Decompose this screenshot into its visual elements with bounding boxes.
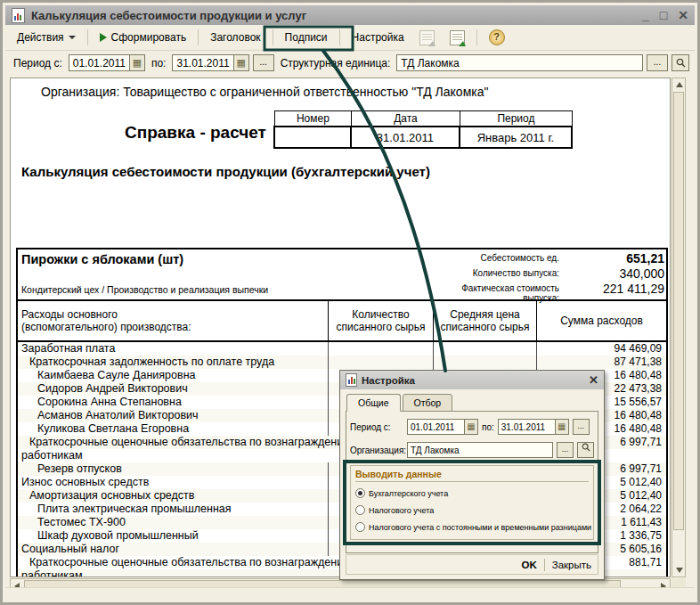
document-arrow-disabled-icon bbox=[419, 30, 435, 45]
actual-cost-label: Фактическая стоимость выпуска: bbox=[424, 281, 559, 303]
table-row[interactable]: Заработная плата94 469,09 bbox=[18, 342, 666, 356]
radio-accounting[interactable]: Бухгалтерского учета bbox=[355, 485, 589, 502]
expense-name-cell[interactable]: Каимбаева Сауле Данияровна bbox=[18, 369, 328, 382]
close-dialog-button[interactable]: Закрыть bbox=[552, 560, 591, 570]
save-settings-button[interactable] bbox=[444, 27, 471, 49]
period-more-button[interactable]: ... bbox=[253, 54, 274, 71]
radio-tax-differences[interactable]: Налогового учета с постоянными и временн… bbox=[355, 519, 589, 536]
expense-name-cell[interactable]: Куликова Светлана Егоровна bbox=[18, 422, 328, 436]
chevron-down-icon bbox=[69, 36, 76, 39]
expense-name-cell[interactable]: Краткосрочная задолженность по оплате тр… bbox=[18, 356, 328, 369]
signatures-button[interactable]: Подписи bbox=[279, 28, 334, 47]
dialog-period-from-field[interactable]: 01.01.2011 ▦ bbox=[407, 419, 478, 435]
tab-filter[interactable]: Отбор bbox=[403, 394, 453, 412]
play-icon bbox=[100, 33, 107, 42]
empty-cell[interactable] bbox=[433, 356, 536, 369]
maximize-button[interactable]: □ bbox=[660, 8, 667, 22]
toolbar-separator bbox=[339, 29, 340, 45]
dialog-org-label: Организация: bbox=[350, 446, 403, 455]
empty-cell[interactable] bbox=[433, 342, 536, 356]
expense-name-cell[interactable]: Амортизация основных средств bbox=[18, 489, 328, 503]
search-icon bbox=[676, 58, 686, 68]
dialog-period-to-value: 31.01.2011 bbox=[501, 422, 545, 432]
amount-cell[interactable]: 94 469,09 bbox=[536, 342, 666, 356]
filter-bar: Период с: 01.01.2011 ▦ по: 31.01.2011 ▦ … bbox=[5, 51, 695, 75]
calendar-icon[interactable]: ▦ bbox=[464, 420, 477, 434]
unit-more-button[interactable]: ... bbox=[647, 54, 668, 71]
empty-cell[interactable] bbox=[328, 342, 433, 356]
period-to-field[interactable]: 31.01.2011 ▦ bbox=[172, 54, 248, 71]
unit-value: ТД Лакомка bbox=[401, 57, 459, 69]
dialog-org-value: ТД Лакомка bbox=[411, 446, 460, 455]
ok-button[interactable]: OK bbox=[521, 560, 536, 570]
col-header-price: Средняя цена списанного сырья bbox=[433, 301, 536, 340]
actions-menu-button[interactable]: Действия bbox=[11, 28, 82, 47]
radio-icon bbox=[355, 505, 365, 515]
dialog-to-label: по: bbox=[482, 422, 494, 432]
vertical-scroll-thumb[interactable] bbox=[673, 92, 684, 530]
dialog-period-more-button[interactable]: ... bbox=[573, 419, 590, 435]
scroll-down-icon[interactable] bbox=[676, 568, 683, 573]
dialog-period-to-field[interactable]: 31.01.2011 ▦ bbox=[498, 419, 569, 435]
help-button[interactable]: ? bbox=[483, 26, 511, 49]
unit-label: Структурная единица: bbox=[278, 57, 394, 69]
spravka-table: Номер Дата Период 31.01.2011 Январь 2011… bbox=[275, 110, 573, 149]
spravka-value-date: 31.01.2011 bbox=[350, 126, 460, 149]
unit-field[interactable]: ТД Лакомка bbox=[396, 54, 643, 71]
radio-label: Бухгалтерского учета bbox=[369, 489, 448, 498]
vertical-scrollbar[interactable] bbox=[672, 78, 686, 577]
scroll-up-icon[interactable] bbox=[676, 82, 683, 87]
output-qty-value: 340,000 bbox=[559, 266, 664, 281]
dialog-org-search-button[interactable] bbox=[577, 442, 594, 458]
settings-button[interactable]: Настройка bbox=[346, 28, 411, 47]
expense-name-cell[interactable]: Социальный налог bbox=[18, 543, 328, 556]
dialog-period-label: Период с: bbox=[350, 422, 403, 432]
empty-cell[interactable] bbox=[328, 356, 433, 369]
expense-name-cell[interactable]: Плита электрическая промышленная bbox=[18, 503, 328, 516]
tab-general[interactable]: Общие bbox=[346, 394, 401, 412]
help-icon: ? bbox=[489, 29, 505, 45]
toolbar-separator bbox=[87, 29, 88, 45]
close-button[interactable]: ✕ bbox=[678, 8, 688, 22]
product-name: Пирожки с яблоками (шт) bbox=[21, 252, 183, 266]
output-data-group-title: Выводить данные bbox=[355, 469, 589, 482]
table-row[interactable]: Краткосрочная задолженность по оплате тр… bbox=[18, 356, 666, 369]
col-header-total: Сумма расходов bbox=[536, 301, 666, 340]
calendar-icon[interactable]: ▦ bbox=[555, 420, 568, 434]
report-main-title: Калькуляция себестоимости продукции (бух… bbox=[21, 164, 670, 179]
calendar-icon[interactable]: ▦ bbox=[129, 55, 144, 70]
minimize-button[interactable]: _ bbox=[642, 8, 649, 22]
expense-name-cell[interactable]: Шкаф духовой промышленный bbox=[18, 529, 328, 543]
dialog-org-field[interactable]: ТД Лакомка bbox=[407, 442, 553, 458]
dialog-icon bbox=[346, 373, 357, 387]
calendar-icon[interactable]: ▦ bbox=[233, 55, 248, 70]
restore-settings-button[interactable] bbox=[413, 27, 441, 49]
expense-name-cell[interactable]: Асманов Анатолий Викторович bbox=[18, 409, 328, 422]
expense-name-cell[interactable]: Сорокина Анна Степановна bbox=[18, 396, 328, 409]
radio-tax[interactable]: Налогового учета bbox=[355, 502, 589, 519]
period-to-value: 31.01.2011 bbox=[176, 57, 229, 69]
radio-label: Налогового учета с постоянными и временн… bbox=[369, 523, 591, 532]
dialog-title: Настройка bbox=[362, 375, 415, 386]
expense-name-cell[interactable]: Тестомес ТХ-900 bbox=[18, 516, 328, 529]
radio-icon bbox=[355, 522, 365, 532]
spravka-col-number: Номер bbox=[274, 110, 352, 126]
period-to-label: по: bbox=[149, 57, 169, 69]
document-arrow-green-icon bbox=[450, 30, 465, 45]
dialog-org-more-button[interactable]: ... bbox=[557, 442, 574, 458]
period-from-field[interactable]: 01.01.2011 ▦ bbox=[69, 54, 145, 71]
settings-label: Настройка bbox=[352, 31, 404, 44]
generate-button[interactable]: Сформировать bbox=[94, 28, 193, 47]
unit-search-button[interactable] bbox=[672, 54, 689, 71]
expense-name-cell[interactable]: Заработная плата bbox=[18, 342, 328, 356]
expense-name-cell[interactable]: Сидоров Андрей Викторович bbox=[18, 382, 328, 396]
expense-name-cell[interactable]: Износ основных средств bbox=[18, 476, 328, 489]
table-header-row: Расходы основного (вспомогательного) про… bbox=[18, 301, 666, 342]
dialog-close-button[interactable]: ✕ bbox=[589, 373, 598, 387]
dialog-title-bar: Настройка ✕ bbox=[340, 371, 604, 389]
expense-name-cell[interactable]: Резерв отпусков bbox=[18, 462, 328, 476]
header-button[interactable]: Заголовок bbox=[204, 28, 266, 47]
spravka-value-number bbox=[273, 126, 352, 149]
radio-icon bbox=[355, 488, 365, 498]
amount-cell[interactable]: 87 471,38 bbox=[536, 356, 666, 369]
